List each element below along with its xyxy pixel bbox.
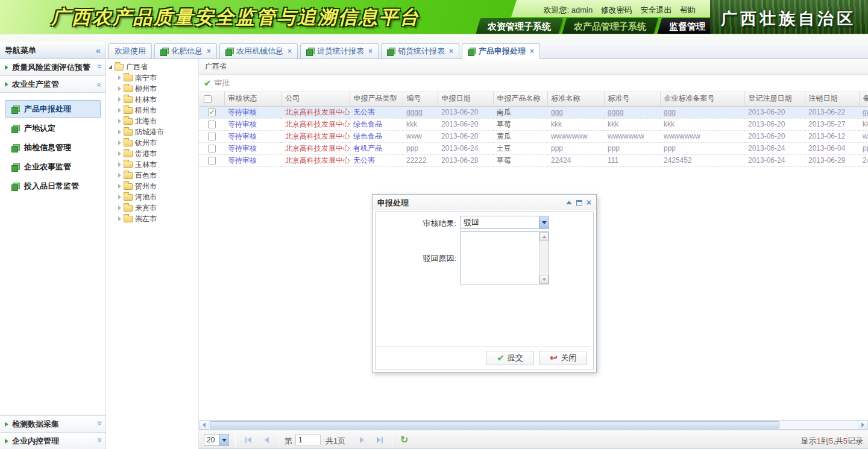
last-page-button[interactable] xyxy=(373,434,387,446)
row-checkbox[interactable] xyxy=(208,133,216,140)
sidebar-item-product-declaration[interactable]: 产品申报处理 xyxy=(5,100,101,118)
col-remark[interactable]: 备注 xyxy=(859,92,868,106)
col-code[interactable]: 编号 xyxy=(403,92,438,106)
panel-agri-production[interactable]: 农业生产监管 « xyxy=(0,76,105,93)
sidebar-item-input-supervision[interactable]: 投入品日常监管 xyxy=(5,177,101,195)
tree-collapsed-icon[interactable] xyxy=(118,119,121,124)
tab-purchase-report[interactable]: 进货统计报表 × xyxy=(300,43,379,59)
row-checkbox[interactable] xyxy=(208,108,216,116)
tree-node-city[interactable]: 桂林市 xyxy=(108,94,198,105)
col-std-name[interactable]: 标准名称 xyxy=(547,92,604,106)
system-tab-supervision[interactable]: 监督管理 xyxy=(657,18,717,34)
first-page-button[interactable] xyxy=(241,434,256,446)
tree-node-city[interactable]: 百色市 xyxy=(108,170,198,181)
tree-node-city[interactable]: 崇左市 xyxy=(108,213,198,224)
row-checkbox[interactable] xyxy=(208,157,216,165)
col-product[interactable]: 申报产品名称 xyxy=(493,92,547,106)
horizontal-scrollbar[interactable] xyxy=(199,420,868,430)
chevron-double-up-icon[interactable]: « xyxy=(91,83,107,86)
col-type[interactable]: 申报产品类型 xyxy=(350,92,403,106)
change-password-link[interactable]: 修改密码 xyxy=(601,5,632,14)
select-all-checkbox[interactable] xyxy=(204,95,212,103)
tree-collapsed-icon[interactable] xyxy=(118,75,121,80)
table-row[interactable]: 等待审核 北京高科技发展中心 无公害 gggg 2013-06-20 南瓜 gg… xyxy=(199,106,868,118)
col-std-no[interactable]: 标准号 xyxy=(604,92,660,106)
close-icon[interactable]: × xyxy=(449,44,453,58)
review-result-select[interactable]: 驳回 xyxy=(460,216,549,229)
tree-collapsed-icon[interactable] xyxy=(118,195,121,199)
row-checkbox[interactable] xyxy=(208,145,216,152)
tree-collapsed-icon[interactable] xyxy=(118,130,121,134)
tree-node-city[interactable]: 梧州市 xyxy=(108,105,198,116)
col-reg-date[interactable]: 登记注册日期 xyxy=(744,92,805,106)
tree-node-city[interactable]: 贵港市 xyxy=(108,148,198,159)
tree-collapsed-icon[interactable] xyxy=(118,140,121,145)
tree-collapsed-icon[interactable] xyxy=(118,97,121,102)
next-page-button[interactable] xyxy=(354,434,369,446)
row-checkbox[interactable] xyxy=(208,121,216,128)
tree-node-city[interactable]: 钦州市 xyxy=(108,137,198,148)
tree-node-city[interactable]: 柳州市 xyxy=(108,83,198,94)
tree-collapsed-icon[interactable] xyxy=(118,151,121,156)
tree-collapsed-icon[interactable] xyxy=(118,206,121,210)
tree-node-city[interactable]: 防城港市 xyxy=(108,127,198,137)
tree-collapsed-icon[interactable] xyxy=(118,108,121,113)
sidebar-item-enterprise-farming[interactable]: 企业农事监管 xyxy=(5,158,101,176)
scrollbar-thumb[interactable] xyxy=(210,421,779,429)
tree-node-city[interactable]: 北海市 xyxy=(108,116,198,127)
table-row[interactable]: 等待审核 北京高科技发展中心 绿色食品 www 2013-06-20 黄瓜 ww… xyxy=(199,130,868,142)
scroll-left-icon[interactable] xyxy=(200,421,209,429)
chevron-double-down-icon[interactable]: « xyxy=(91,422,107,425)
textarea-scrollbar[interactable] xyxy=(539,232,549,284)
tree-node-root[interactable]: 广西省 xyxy=(108,61,198,72)
chevron-double-down-icon[interactable]: « xyxy=(91,66,107,69)
tree-node-city[interactable]: 玉林市 xyxy=(108,159,198,170)
prev-page-button[interactable] xyxy=(259,434,274,446)
tree-expanded-icon[interactable] xyxy=(108,65,112,69)
tab-welcome[interactable]: 欢迎使用 xyxy=(108,43,152,59)
tree-collapsed-icon[interactable] xyxy=(118,173,121,178)
page-number-input[interactable] xyxy=(295,435,321,445)
tab-sales-report[interactable]: 销货统计报表 × xyxy=(381,43,459,59)
panel-risk-monitoring[interactable]: 质量风险监测评估预警 « xyxy=(0,59,105,76)
collapse-left-icon[interactable]: « xyxy=(96,42,101,58)
tab-fertilizer-info[interactable]: 化肥信息 × xyxy=(154,43,217,59)
table-row[interactable]: 等待审核 北京高科技发展中心 有机产品 ppp 2013-06-24 土豆 pp… xyxy=(199,142,868,154)
scroll-right-icon[interactable] xyxy=(858,421,867,429)
tree-collapsed-icon[interactable] xyxy=(118,86,121,91)
close-icon[interactable]: × xyxy=(288,44,292,58)
tab-machinery-info[interactable]: 农用机械信息 × xyxy=(219,43,298,59)
tree-collapsed-icon[interactable] xyxy=(118,162,121,167)
close-icon[interactable]: × xyxy=(530,44,534,58)
select-all-header[interactable] xyxy=(199,92,224,106)
col-date[interactable]: 申报日期 xyxy=(438,92,493,106)
close-icon[interactable]: × xyxy=(207,44,211,58)
panel-test-data-collection[interactable]: 检测数据采集 « xyxy=(0,415,105,432)
page-size-select[interactable]: 20 xyxy=(204,434,229,446)
col-status[interactable]: 审核状态 xyxy=(224,92,281,106)
collapse-up-icon[interactable] xyxy=(566,201,572,204)
table-row[interactable]: 等待审核 北京高科技发展中心 无公害 22222 2013-06-28 草莓 2… xyxy=(199,154,868,166)
scroll-up-icon[interactable] xyxy=(539,232,549,241)
system-tab-agri-materials[interactable]: 农资管理子系统 xyxy=(476,18,563,34)
refresh-icon[interactable]: ↻ xyxy=(400,434,408,445)
table-row[interactable]: 等待审核 北京高科技发展中心 绿色食品 kkk 2013-06-20 草莓 kk… xyxy=(199,118,868,130)
maximize-icon[interactable] xyxy=(576,200,582,206)
help-link[interactable]: 帮助 xyxy=(680,5,696,14)
close-button[interactable]: ↩ 关闭 xyxy=(539,351,587,365)
chevron-double-down-icon[interactable]: « xyxy=(91,439,107,442)
tree-collapsed-icon[interactable] xyxy=(118,184,121,189)
tab-product-declaration[interactable]: 产品申报处理 × xyxy=(462,43,540,59)
approve-button[interactable]: ✔ 审批 xyxy=(204,78,230,89)
submit-button[interactable]: ✔ 提交 xyxy=(486,351,534,365)
tree-collapsed-icon[interactable] xyxy=(118,216,121,221)
dialog-header[interactable]: 申报处理 × xyxy=(373,195,596,210)
scroll-down-icon[interactable] xyxy=(539,275,549,284)
logout-link[interactable]: 安全退出 xyxy=(640,5,671,14)
col-cancel-date[interactable]: 注销日期 xyxy=(805,92,859,106)
col-company[interactable]: 公司 xyxy=(281,92,350,106)
tree-node-city[interactable]: 南宁市 xyxy=(108,72,198,83)
tree-node-city[interactable]: 贺州市 xyxy=(108,181,198,192)
tree-node-city[interactable]: 来宾市 xyxy=(108,203,198,213)
col-record-no[interactable]: 企业标准备案号 xyxy=(660,92,744,106)
